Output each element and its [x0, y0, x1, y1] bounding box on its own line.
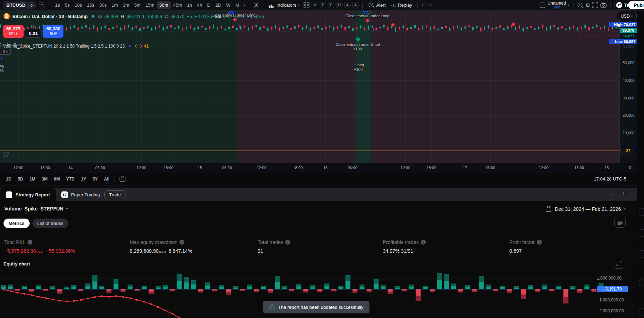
layout-select-icon[interactable]: [540, 2, 545, 8]
info-icon[interactable]: i: [421, 240, 426, 245]
symbol-search-button[interactable]: BTCUSD ◇: [3, 1, 37, 10]
report-layout-list-button[interactable]: [614, 218, 626, 228]
range-5y[interactable]: 5Y: [90, 175, 100, 183]
paper-trade-button[interactable]: Trade: [104, 190, 125, 199]
ohlc-label: H: [121, 14, 124, 19]
price-tick: 20,000: [620, 113, 637, 117]
indicators-icon: [268, 2, 275, 8]
range-1m[interactable]: 1M: [27, 175, 38, 183]
range-1y[interactable]: 1Y: [79, 175, 89, 183]
report-date-range[interactable]: Dec 31, 2024 — Feb 21, 2026 ▾: [545, 206, 626, 212]
info-icon[interactable]: i: [537, 240, 542, 245]
long-label: Long: [355, 63, 364, 67]
range-ytd[interactable]: YTD: [64, 175, 77, 183]
timeframe-30s[interactable]: 30s: [97, 1, 109, 9]
candle-style-icon[interactable]: [253, 2, 259, 8]
quick-search-icon[interactable]: [577, 2, 583, 8]
timeframe-45m[interactable]: 45m: [171, 1, 184, 9]
info-icon[interactable]: i: [179, 240, 184, 245]
timeframe-3m[interactable]: 3m: [121, 1, 132, 9]
timeframe-1s[interactable]: 1s: [53, 1, 62, 9]
collapse-box[interactable]: 0˄: [0, 49, 11, 55]
layout-grid-icon[interactable]: [303, 2, 309, 8]
time-tick: 17: [463, 166, 467, 170]
settings-gear-icon[interactable]: ⚙: [585, 2, 590, 8]
range-3m[interactable]: 3M: [39, 175, 50, 183]
timeframe-W[interactable]: W: [224, 1, 233, 9]
layout-save-button[interactable]: Unnamed Save: [547, 1, 566, 9]
tradingview-app: BTCUSD ◇ ⊕ 1s5s10s15s30s1m3m5m15m30m45m1…: [0, 0, 644, 318]
screenshot-camera-icon[interactable]: [600, 2, 607, 8]
goto-date-icon[interactable]: [119, 176, 126, 182]
template-button-f[interactable]: F: [328, 2, 335, 8]
tab-metrics[interactable]: Metrics: [4, 219, 30, 228]
sell-button[interactable]: 68,379 SELL: [3, 25, 24, 38]
timeframe-10s[interactable]: 10s: [72, 1, 85, 9]
equity-value-badge: −3,191.70: [597, 286, 628, 292]
main-chart[interactable]: ₿ Bitcoin / U.S. Dollar · 30 · Bitstamp …: [0, 11, 619, 163]
minimize-panel-icon[interactable]: [611, 195, 614, 195]
right-toolbar-strip[interactable]: [637, 11, 644, 318]
timeframe-4h[interactable]: 4h: [195, 1, 204, 9]
chevron-down-icon[interactable]: ▾: [244, 4, 246, 7]
strategy-report-panel: Volume_Spike_STEPFUN ▾ Dec 31, 2024 — Fe…: [0, 201, 637, 318]
time-axis[interactable]: 12:0018:001406:0012:0018:001506:0012:001…: [0, 163, 637, 173]
maximize-panel-icon[interactable]: [624, 192, 627, 195]
timeframe-15s[interactable]: 15s: [85, 1, 97, 9]
long-arrow-icon: ↑: [359, 55, 362, 60]
partial-long-label: ng: [0, 63, 4, 68]
tab-paper-trading[interactable]: 17 Paper Trading Trade: [56, 188, 131, 201]
timeframe-M[interactable]: M: [233, 1, 242, 9]
alert-button[interactable]: Alert: [366, 1, 387, 10]
price-axis[interactable]: USD ▾ High 70,937 68,370 68,077 Low 66,5…: [619, 11, 637, 163]
strategy-compare-icon[interactable]: ⇅: [127, 43, 133, 49]
redo-icon[interactable]: ↷: [428, 2, 433, 8]
chevron-down-icon[interactable]: ▾: [568, 4, 570, 7]
timeframe-15m[interactable]: 15m: [143, 1, 157, 9]
bitcoin-icon: ₿: [4, 13, 10, 19]
template-button-a[interactable]: A: [344, 2, 351, 8]
info-icon[interactable]: i: [27, 240, 32, 245]
compare-add-icon[interactable]: ⊕: [39, 2, 45, 8]
quantity-field[interactable]: 1 0.01: [25, 25, 42, 38]
timeframe-30m[interactable]: 30m: [157, 1, 171, 9]
symbol-flag-icon[interactable]: ◇: [28, 2, 35, 8]
template-button-d[interactable]: D: [336, 2, 343, 8]
info-icon[interactable]: i: [285, 240, 290, 245]
buy-button[interactable]: 68,380 BUY: [43, 25, 63, 38]
time-tick: 06:00: [485, 166, 495, 170]
fullscreen-icon[interactable]: [592, 2, 598, 8]
buy-signal-arrow-icon: ↑: [360, 25, 362, 30]
strategy-selector[interactable]: Volume_Spike_STEPFUN ▾: [4, 206, 68, 212]
strategy-status-line[interactable]: Volume_Spike_STEPFUN 20 2 1 1 50 Trailin…: [3, 43, 149, 49]
expand-chart-button[interactable]: [614, 259, 624, 269]
timeframe-1m[interactable]: 1m: [109, 1, 121, 9]
template-button-a[interactable]: A: [352, 2, 359, 8]
price-tick: 30,000: [620, 96, 637, 100]
range-all[interactable]: All: [102, 175, 112, 183]
template-button-v[interactable]: V: [312, 2, 318, 8]
tab-list-of-trades[interactable]: List of trades: [32, 219, 68, 228]
price-tick: 60,000: [620, 45, 637, 49]
sell-signal-arrow-icon: ↓: [238, 23, 241, 28]
timeframe-1h[interactable]: 1h: [185, 1, 195, 9]
timeframe-5s[interactable]: 5s: [62, 1, 72, 9]
time-axis-gear-icon[interactable]: ⚙: [628, 165, 632, 170]
range-5d[interactable]: 5D: [15, 175, 25, 183]
tab-strategy-report[interactable]: ~ Strategy Report: [0, 188, 56, 201]
time-tick: 12:00: [136, 166, 146, 170]
template-button-p[interactable]: P: [320, 2, 326, 8]
undo-icon[interactable]: ↶: [421, 2, 426, 8]
currency-dropdown[interactable]: USD ▾: [617, 12, 637, 20]
publish-button[interactable]: Publish: [628, 1, 644, 9]
range-6m[interactable]: 6M: [51, 175, 62, 183]
range-1d[interactable]: 1D: [4, 175, 14, 183]
strategy-level-line[interactable]: [0, 151, 619, 151]
clock[interactable]: 17:04:28 UTC-5: [594, 176, 627, 182]
indicators-button[interactable]: Indicators ▾: [266, 1, 301, 9]
timeframe-D[interactable]: D: [205, 1, 213, 9]
close-long-label: Close entry(s) order Long: [345, 14, 390, 18]
replay-button[interactable]: ◁◁ Replay: [390, 1, 414, 9]
timeframe-2D[interactable]: 2D: [213, 1, 224, 9]
timeframe-5m[interactable]: 5m: [132, 1, 143, 9]
